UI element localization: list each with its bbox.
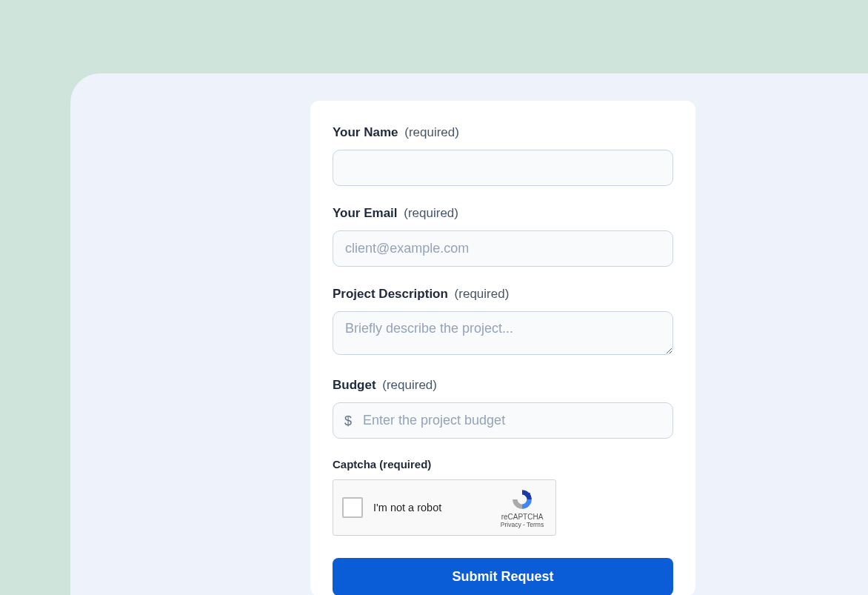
recaptcha-brand: reCAPTCHA Privacy - Terms: [498, 488, 547, 528]
recaptcha-links[interactable]: Privacy - Terms: [501, 521, 544, 528]
name-label: Your Name: [333, 125, 398, 139]
email-label: Your Email: [333, 206, 398, 220]
email-input[interactable]: [333, 230, 673, 267]
recaptcha-logo-icon: [510, 488, 534, 511]
description-field-group: Project Description (required): [333, 286, 673, 358]
email-label-row: Your Email (required): [333, 205, 673, 222]
recaptcha-checkbox[interactable]: [342, 497, 363, 518]
email-field-group: Your Email (required): [333, 205, 673, 267]
recaptcha-brand-name: reCAPTCHA: [501, 513, 544, 521]
budget-input[interactable]: [333, 402, 673, 439]
captcha-field-group: Captcha (required) I'm not a robot reCAP…: [333, 458, 673, 536]
budget-required: (required): [382, 378, 437, 392]
name-label-row: Your Name (required): [333, 124, 673, 141]
description-label: Project Description: [333, 287, 448, 301]
description-required: (required): [455, 287, 510, 301]
budget-label: Budget: [333, 378, 376, 392]
submit-button[interactable]: Submit Request: [333, 558, 673, 595]
name-input[interactable]: [333, 150, 673, 186]
captcha-label: Captcha (required): [333, 458, 673, 471]
budget-input-wrapper: $: [333, 402, 673, 439]
recaptcha-text: I'm not a robot: [373, 502, 498, 513]
budget-label-row: Budget (required): [333, 377, 673, 393]
description-textarea[interactable]: [333, 311, 673, 355]
recaptcha-widget: I'm not a robot reCAPTCHA Privacy - Term…: [333, 479, 556, 536]
name-field-group: Your Name (required): [333, 124, 673, 186]
description-label-row: Project Description (required): [333, 286, 673, 302]
name-required: (required): [404, 125, 459, 139]
email-required: (required): [404, 206, 458, 220]
budget-field-group: Budget (required) $: [333, 377, 673, 439]
request-form-card: Your Name (required) Your Email (require…: [310, 101, 695, 595]
